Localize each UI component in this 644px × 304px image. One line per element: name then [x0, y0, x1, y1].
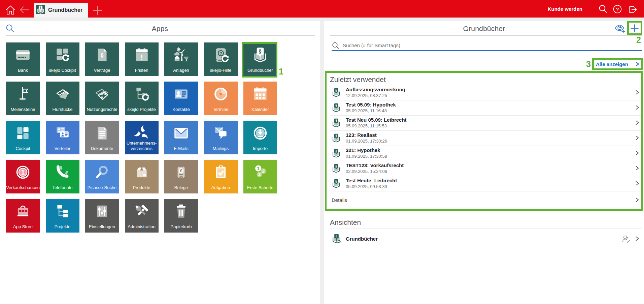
app-tile-nutzungsrechte[interactable]: Nutzungsrechte — [85, 82, 119, 115]
app-tile-label: Kalender — [243, 107, 277, 112]
app-tile-label: Flurstücke — [46, 107, 79, 112]
svg-text:§: § — [259, 48, 262, 55]
recent-item-test-neu-05-09-leibrecht[interactable]: § Test Neu 05.09: Leibrecht05.09.2025, 1… — [330, 115, 642, 130]
trash-icon — [173, 203, 190, 220]
app-tile-bank[interactable]: Bank — [6, 42, 40, 76]
app-tile-projekte[interactable]: Projekte — [46, 199, 79, 233]
view-item-grundbuecher[interactable]: § Grundbücher — [330, 232, 642, 246]
list-divider — [330, 191, 642, 191]
back-button[interactable] — [18, 4, 30, 15]
mailing-bubble-icon — [212, 125, 229, 142]
settings-sliders-icon — [94, 203, 110, 220]
show-all-link[interactable]: Alle anzeigen — [594, 60, 641, 68]
recent-item-123-reallast[interactable]: § 123: Reallast01.09.2025, 17:30:26 — [330, 130, 642, 146]
app-tile-kontakte[interactable]: Kontakte — [164, 82, 198, 115]
customer-link[interactable]: Kunde werden — [548, 0, 582, 18]
grundbuch-record-icon: § — [332, 179, 341, 188]
app-tile-papierkorb[interactable]: Papierkorb — [164, 199, 198, 233]
app-tile-cockpit[interactable]: Cockpit — [6, 121, 40, 154]
app-tile-belege[interactable]: € Belege — [164, 160, 198, 193]
new-record-button[interactable] — [628, 23, 641, 34]
svg-text:?: ? — [219, 51, 222, 56]
app-tile-label: skejlo-Hilfe — [204, 68, 238, 73]
app-tile-verkaufschancen[interactable]: 1Verkaufschancen — [6, 160, 40, 193]
app-tile-grundbuecher[interactable]: §Grundbücher — [243, 42, 277, 76]
recent-item-title: Auflassungsvormerkung — [346, 87, 405, 92]
app-tile-label: Aufgaben — [204, 185, 238, 190]
recent-item-datetime: 02.09.2025, 15:24:06 — [346, 169, 387, 174]
app-tile-fristen[interactable]: Fristen — [125, 42, 159, 76]
app-tile-label: Administration — [125, 224, 159, 230]
recent-item-test-heute-leibrecht[interactable]: § Test Heute: Leibrecht05.09.2025, 09:53… — [330, 176, 642, 191]
app-tile-label: Grundbücher — [243, 68, 277, 73]
app-tile-label: Meilensteine — [6, 107, 40, 112]
app-tile-anlagen[interactable]: Anlagen — [164, 42, 198, 76]
svg-text:§: § — [40, 5, 41, 9]
app-tile-app-store[interactable]: App Store — [6, 199, 40, 233]
task-clipboard-icon — [212, 164, 229, 181]
recent-item-datetime: 12.09.2025, 08:37:25 — [346, 93, 387, 98]
recent-item-test123-vorkaufsrecht[interactable]: § TEST123: Vorkaufsrecht02.09.2025, 15:2… — [330, 161, 642, 176]
logout-button[interactable] — [626, 4, 639, 14]
app-tile-vertraege[interactable]: §Verträge — [85, 42, 119, 76]
detail-title: Grundbücher — [324, 25, 644, 33]
chevron-right-icon — [634, 236, 640, 241]
svg-text:§: § — [335, 88, 337, 92]
search-icon — [332, 42, 340, 50]
apps-grid: Bank skejlo Cockpit §Verträge Fristen An… — [0, 21, 320, 304]
app-tile-administration[interactable]: Administration — [125, 199, 159, 233]
recent-item-test-05-09-hypothek[interactable]: § Test 05.09: Hypothek05.09.2025, 11:16:… — [330, 100, 642, 115]
contract-icon: § — [94, 47, 110, 63]
envelope-icon — [173, 125, 190, 142]
new-tab-button[interactable] — [92, 5, 104, 16]
cockpit-refresh-icon — [54, 47, 71, 63]
app-tile-label: Mailings — [204, 146, 238, 151]
recent-item-title: Test Neu 05.09: Leibrecht — [346, 117, 407, 123]
app-tile-aufgaben[interactable]: Aufgaben — [204, 160, 238, 193]
record-search-input[interactable]: Suchen (# für SmartTags) — [332, 41, 642, 51]
grundbuch-record-icon: § — [332, 88, 341, 97]
deadline-calendar-icon — [133, 47, 150, 63]
details-row[interactable]: Details — [330, 193, 642, 208]
recent-item-datetime: 05.09.2025, 09:53:33 — [346, 184, 387, 189]
recent-item-datetime: 01.09.2025, 17:30:58 — [346, 154, 387, 159]
recent-item-title: 123: Reallast — [346, 132, 377, 138]
global-search-button[interactable] — [597, 4, 609, 14]
app-tile-erste-schritte[interactable]: 1 2 3Erste Schritte — [243, 160, 277, 193]
app-tile-telefonate[interactable]: Telefonate — [46, 160, 79, 193]
app-tile-meilensteine[interactable]: Meilensteine — [6, 82, 40, 115]
app-tile-mailings[interactable]: Mailings — [204, 121, 238, 154]
app-tile-dokumente[interactable]: Dokumente — [85, 121, 119, 154]
home-button[interactable] — [5, 4, 16, 15]
svg-text:§: § — [335, 164, 337, 168]
app-tile-label: Belege — [164, 185, 198, 190]
app-tile-skejlo-cockpit[interactable]: skejlo Cockpit — [46, 42, 79, 76]
app-tile-picasso-suche[interactable]: Picasso-Suche — [85, 160, 119, 193]
help-button[interactable]: ? — [612, 4, 623, 14]
home-icon — [5, 4, 16, 15]
plus-icon — [628, 23, 641, 34]
app-tile-termine[interactable]: Termine — [204, 82, 238, 115]
add-view-button[interactable] — [614, 23, 625, 34]
app-tile-e-mails[interactable]: E-Mails — [164, 121, 198, 154]
app-tile-verteiler[interactable]: Verteiler — [46, 121, 79, 154]
opportunity-one-icon: 1 — [14, 164, 31, 181]
picasso-search-icon — [94, 164, 110, 181]
tab-grundbuecher[interactable]: § Grundbücher — [34, 3, 88, 18]
app-tile-produkte[interactable]: Produkte — [125, 160, 159, 193]
app-tile-skejlo-hilfe[interactable]: ? skejlo-Hilfe — [204, 42, 238, 76]
svg-text:€: € — [180, 168, 183, 173]
recent-item-auflassungsvormerkung[interactable]: § Auflassungsvormerkung12.09.2025, 08:37… — [330, 85, 642, 100]
app-tile-skejlo-projekte[interactable]: skejlo Projekte — [125, 82, 159, 115]
grundbuch-record-icon: § — [332, 118, 341, 127]
app-tile-unternehmens-verzeichnis[interactable]: Unternehmens-verzeichnis — [125, 121, 159, 154]
recent-item-321-hypothek[interactable]: § 321: Hypothek01.09.2025, 17:30:58 — [330, 146, 642, 161]
app-tile-einstellungen[interactable]: Einstellungen — [85, 199, 119, 233]
land-register-icon: § — [252, 47, 269, 63]
app-tile-importe[interactable]: Importe — [243, 121, 277, 154]
app-tile-kalender[interactable]: Kalender — [243, 82, 277, 115]
app-tile-flurstuecke[interactable]: Flurstücke — [46, 82, 79, 115]
person-check-icon — [622, 235, 631, 243]
calendar-icon — [252, 86, 269, 102]
first-steps-icon: 1 2 3 — [252, 164, 269, 181]
